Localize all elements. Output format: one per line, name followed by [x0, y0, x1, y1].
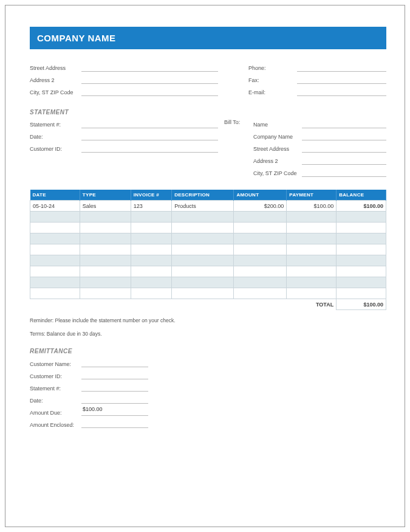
email-input[interactable] — [297, 86, 386, 96]
cell-type[interactable] — [80, 266, 131, 277]
cell-invoice[interactable] — [131, 212, 171, 223]
statement-number-input[interactable] — [81, 119, 218, 128]
remit-amount-enclosed-input[interactable] — [81, 418, 148, 428]
cell-type[interactable] — [80, 212, 131, 223]
cell-payment[interactable] — [287, 212, 337, 223]
ledger-header-row: DATE TYPE INVOICE # DESCRIPTION AMOUNT P… — [30, 190, 386, 201]
cell-balance[interactable] — [337, 244, 386, 255]
cell-type[interactable] — [80, 223, 131, 233]
cell-balance[interactable] — [337, 223, 386, 233]
statement-date-input[interactable] — [81, 131, 218, 140]
cell-description[interactable] — [172, 266, 234, 277]
street-input[interactable] — [81, 62, 218, 72]
cell-type[interactable] — [80, 244, 131, 255]
remit-amount-due-value: $100.00 — [81, 406, 148, 416]
remit-amount-due-label: Amount Due: — [30, 410, 81, 416]
cell-date[interactable]: 05-10-24 — [30, 201, 80, 212]
cell-date[interactable] — [30, 212, 80, 223]
billto-company-input[interactable] — [302, 131, 386, 140]
cell-date[interactable] — [30, 266, 80, 277]
cell-amount[interactable] — [234, 288, 287, 299]
cell-amount[interactable] — [234, 212, 287, 223]
statement-number-row: Statement #: — [30, 118, 218, 128]
remit-customer-name-input[interactable] — [81, 358, 148, 367]
cell-payment[interactable] — [287, 288, 337, 299]
billto-name-input[interactable] — [302, 119, 386, 128]
cell-balance[interactable] — [337, 233, 386, 244]
cell-description[interactable] — [172, 277, 234, 288]
cell-payment[interactable] — [287, 277, 337, 288]
table-row — [30, 277, 386, 288]
col-payment: PAYMENT — [287, 190, 337, 201]
cell-date[interactable] — [30, 244, 80, 255]
statement-billto-block: Statement #: Date: Customer ID: Bill To:… — [30, 118, 386, 179]
cell-amount[interactable] — [234, 277, 287, 288]
cell-balance[interactable] — [337, 277, 386, 288]
cell-balance[interactable] — [337, 266, 386, 277]
cell-invoice[interactable] — [131, 277, 171, 288]
cell-payment[interactable] — [287, 223, 337, 233]
phone-input[interactable] — [297, 62, 386, 72]
cell-description[interactable] — [172, 288, 234, 299]
cell-description[interactable] — [172, 255, 234, 266]
billto-city-input[interactable] — [302, 167, 386, 177]
cell-invoice[interactable] — [131, 288, 171, 299]
email-label: E-mail: — [248, 89, 297, 96]
cell-date[interactable] — [30, 277, 80, 288]
phone-row: Phone: — [248, 61, 386, 72]
cell-balance[interactable] — [337, 288, 386, 299]
remit-customer-id-input[interactable] — [81, 370, 148, 379]
remit-date-input[interactable] — [81, 394, 148, 404]
company-header: COMPANY NAME — [30, 27, 386, 49]
cell-amount[interactable]: $200.00 — [234, 201, 287, 212]
cell-description[interactable]: Products — [172, 201, 234, 212]
cell-description[interactable] — [172, 244, 234, 255]
cell-amount[interactable] — [234, 244, 287, 255]
cell-type[interactable]: Sales — [80, 201, 131, 212]
cell-payment[interactable] — [287, 255, 337, 266]
cell-balance[interactable] — [337, 255, 386, 266]
terms-note: Terms: Balance due in 30 days. — [30, 331, 386, 337]
statement-heading: STATEMENT — [30, 109, 386, 116]
cell-invoice[interactable] — [131, 255, 171, 266]
city-row: City, ST ZIP Code — [30, 86, 218, 96]
billto-street-input[interactable] — [302, 143, 386, 153]
cell-invoice[interactable] — [131, 244, 171, 255]
remit-customer-name-label: Customer Name: — [30, 361, 81, 367]
statement-date-label: Date: — [30, 134, 81, 140]
cell-date[interactable] — [30, 255, 80, 266]
cell-invoice[interactable]: 123 — [131, 201, 171, 212]
statement-customerid-input[interactable] — [81, 143, 218, 153]
cell-payment[interactable]: $100.00 — [287, 201, 337, 212]
cell-type[interactable] — [80, 288, 131, 299]
cell-date[interactable] — [30, 288, 80, 299]
cell-invoice[interactable] — [131, 266, 171, 277]
cell-amount[interactable] — [234, 266, 287, 277]
city-input[interactable] — [81, 86, 218, 96]
cell-payment[interactable] — [287, 266, 337, 277]
cell-payment[interactable] — [287, 233, 337, 244]
cell-invoice[interactable] — [131, 223, 171, 233]
cell-type[interactable] — [80, 255, 131, 266]
cell-description[interactable] — [172, 212, 234, 223]
cell-payment[interactable] — [287, 244, 337, 255]
remit-statement-input[interactable] — [81, 382, 148, 392]
billto-address2-input[interactable] — [302, 155, 386, 165]
fax-input[interactable] — [297, 74, 386, 84]
address2-input[interactable] — [81, 74, 218, 84]
remit-date-row: Date: — [30, 393, 386, 404]
contact-block: Phone: Fax: E-mail: — [224, 61, 386, 98]
cell-balance[interactable]: $100.00 — [337, 201, 386, 212]
cell-date[interactable] — [30, 233, 80, 244]
cell-invoice[interactable] — [131, 233, 171, 244]
cell-description[interactable] — [172, 233, 234, 244]
cell-amount[interactable] — [234, 233, 287, 244]
cell-type[interactable] — [80, 233, 131, 244]
cell-date[interactable] — [30, 223, 80, 233]
cell-amount[interactable] — [234, 223, 287, 233]
cell-balance[interactable] — [337, 212, 386, 223]
statement-date-row: Date: — [30, 130, 218, 140]
cell-amount[interactable] — [234, 255, 287, 266]
cell-description[interactable] — [172, 223, 234, 233]
cell-type[interactable] — [80, 277, 131, 288]
